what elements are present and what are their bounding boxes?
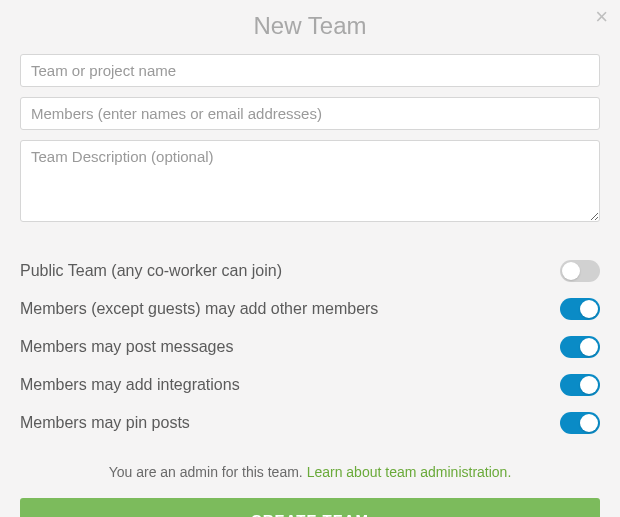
toggle-members-post[interactable]	[560, 336, 600, 358]
modal-title: New Team	[20, 12, 600, 40]
toggle-public-team[interactable]	[560, 260, 600, 282]
admin-link[interactable]: Learn about team administration.	[307, 464, 512, 480]
option-label: Members (except guests) may add other me…	[20, 300, 378, 318]
option-label: Members may add integrations	[20, 376, 240, 394]
team-name-input[interactable]	[20, 54, 600, 87]
option-label: Members may post messages	[20, 338, 233, 356]
option-public-team: Public Team (any co-worker can join)	[20, 252, 600, 290]
close-icon[interactable]: ×	[595, 6, 608, 28]
create-team-button[interactable]: CREATE TEAM	[20, 498, 600, 517]
members-input[interactable]	[20, 97, 600, 130]
option-members-integrations: Members may add integrations	[20, 366, 600, 404]
description-textarea[interactable]	[20, 140, 600, 222]
toggle-members-add-members[interactable]	[560, 298, 600, 320]
toggle-members-integrations[interactable]	[560, 374, 600, 396]
toggle-members-pin[interactable]	[560, 412, 600, 434]
admin-text: You are an admin for this team.	[109, 464, 307, 480]
option-label: Public Team (any co-worker can join)	[20, 262, 282, 280]
option-label: Members may pin posts	[20, 414, 190, 432]
option-members-pin: Members may pin posts	[20, 404, 600, 442]
options-list: Public Team (any co-worker can join) Mem…	[20, 246, 600, 452]
new-team-modal: × New Team Public Team (any co-worker ca…	[0, 0, 620, 517]
option-members-post: Members may post messages	[20, 328, 600, 366]
admin-notice: You are an admin for this team. Learn ab…	[20, 464, 600, 480]
option-members-add-members: Members (except guests) may add other me…	[20, 290, 600, 328]
